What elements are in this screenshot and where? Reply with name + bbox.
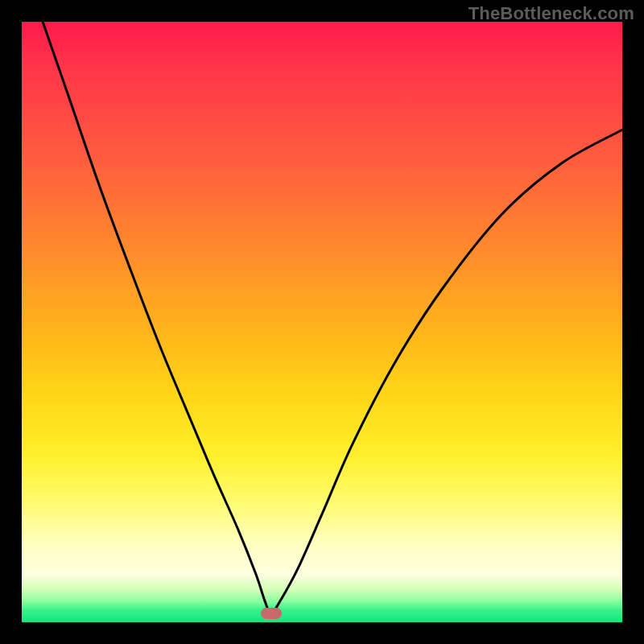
chart-plot-area xyxy=(22,22,622,622)
outer-frame: TheBottleneck.com xyxy=(0,0,644,644)
bottleneck-curve xyxy=(22,22,622,622)
optimal-point-marker xyxy=(261,608,282,619)
